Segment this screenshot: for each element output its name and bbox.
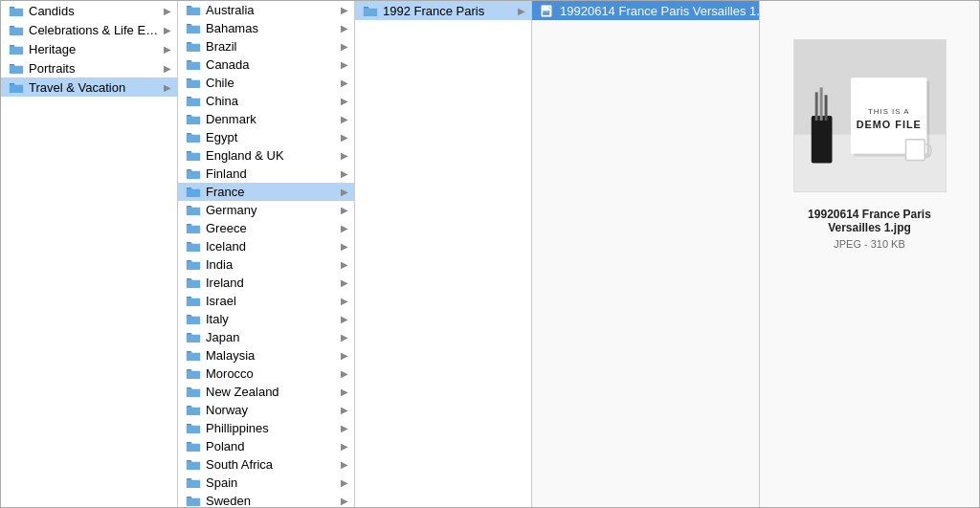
item-label: Spain bbox=[206, 475, 341, 490]
country-item[interactable]: Egypt ▶ bbox=[178, 128, 354, 146]
folder-icon bbox=[186, 422, 201, 434]
folder-icon bbox=[186, 167, 201, 180]
preview-panel: THIS IS A DEMO FILE 19920614 France Pari… bbox=[759, 1, 979, 507]
chevron-right-icon: ▶ bbox=[164, 63, 171, 74]
chevron-right-icon: ▶ bbox=[518, 6, 525, 16]
folder-icon bbox=[186, 222, 201, 234]
item-label: Malaysia bbox=[206, 348, 341, 363]
item-label: Greece bbox=[206, 221, 341, 235]
file-item[interactable]: 19920614 France Paris Versailles 1.jpg bbox=[532, 1, 759, 20]
item-label: Japan bbox=[206, 330, 341, 344]
chevron-right-icon: ▶ bbox=[341, 459, 348, 470]
country-item[interactable]: Japan ▶ bbox=[178, 328, 354, 346]
country-item[interactable]: Iceland ▶ bbox=[178, 237, 354, 255]
country-item[interactable]: Denmark ▶ bbox=[178, 110, 354, 128]
folder-icon bbox=[186, 131, 201, 144]
country-item[interactable]: Norway ▶ bbox=[178, 401, 354, 419]
item-label: Canada bbox=[206, 57, 341, 72]
item-label: Morocco bbox=[206, 366, 341, 381]
country-item[interactable]: Poland ▶ bbox=[178, 437, 354, 455]
folder-icon bbox=[186, 186, 201, 198]
item-label: Chile bbox=[206, 76, 341, 90]
chevron-right-icon: ▶ bbox=[341, 168, 348, 179]
item-label: Germany bbox=[206, 203, 341, 217]
folder-icon bbox=[186, 58, 201, 71]
chevron-right-icon: ▶ bbox=[341, 314, 348, 324]
folder-icon bbox=[186, 22, 201, 34]
country-item[interactable]: Canada ▶ bbox=[178, 55, 354, 74]
item-label: Travel & Vacation bbox=[29, 80, 164, 95]
item-label: England & UK bbox=[206, 148, 341, 163]
item-label: Heritage bbox=[29, 42, 164, 56]
sidebar-item[interactable]: Portraits ▶ bbox=[1, 58, 177, 77]
folder-icon bbox=[363, 5, 378, 17]
chevron-right-icon: ▶ bbox=[341, 59, 348, 70]
country-item[interactable]: Phillippines ▶ bbox=[178, 419, 354, 437]
item-label: Finland bbox=[206, 166, 341, 181]
folder-icon bbox=[186, 149, 201, 162]
folder-icon bbox=[186, 313, 201, 325]
sidebar-item[interactable]: Travel & Vacation ▶ bbox=[1, 77, 177, 97]
chevron-right-icon: ▶ bbox=[341, 332, 348, 342]
column-1: Candids ▶ Celebrations & Life Events ▶ H… bbox=[1, 1, 178, 507]
folder-icon bbox=[9, 81, 24, 94]
country-item[interactable]: Morocco ▶ bbox=[178, 364, 354, 383]
item-label: Israel bbox=[206, 294, 341, 308]
sidebar-item[interactable]: Heritage ▶ bbox=[1, 39, 177, 58]
svg-rect-4 bbox=[811, 116, 832, 163]
country-item[interactable]: Israel ▶ bbox=[178, 292, 354, 310]
country-item[interactable]: Greece ▶ bbox=[178, 219, 354, 237]
item-label: Bahamas bbox=[206, 21, 341, 35]
item-label: Phillippines bbox=[206, 421, 341, 435]
folder-icon bbox=[186, 458, 201, 471]
sidebar-item[interactable]: Celebrations & Life Events ▶ bbox=[1, 20, 177, 39]
svg-rect-6 bbox=[819, 87, 822, 121]
sidebar-item[interactable]: Candids ▶ bbox=[1, 1, 177, 20]
country-item[interactable]: New Zealand ▶ bbox=[178, 383, 354, 401]
chevron-right-icon: ▶ bbox=[164, 82, 171, 93]
chevron-right-icon: ▶ bbox=[341, 96, 348, 106]
chevron-right-icon: ▶ bbox=[341, 441, 348, 452]
country-item[interactable]: Spain ▶ bbox=[178, 474, 354, 492]
item-label: France bbox=[206, 185, 341, 199]
folder-icon bbox=[186, 113, 201, 125]
item-label: 1992 France Paris bbox=[383, 4, 518, 18]
item-label: India bbox=[206, 257, 341, 272]
country-item[interactable]: Ireland ▶ bbox=[178, 274, 354, 292]
country-item[interactable]: Chile ▶ bbox=[178, 74, 354, 92]
item-label: 19920614 France Paris Versailles 1.jpg bbox=[560, 4, 759, 18]
folder-icon bbox=[186, 276, 201, 289]
country-item[interactable]: China ▶ bbox=[178, 92, 354, 110]
year-folder-item[interactable]: 1992 France Paris ▶ bbox=[355, 1, 531, 20]
folder-icon bbox=[186, 349, 201, 362]
item-label: South Africa bbox=[206, 457, 341, 472]
item-label: Australia bbox=[206, 3, 341, 17]
item-label: New Zealand bbox=[206, 385, 341, 399]
country-item[interactable]: India ▶ bbox=[178, 255, 354, 274]
chevron-right-icon: ▶ bbox=[341, 205, 348, 215]
chevron-right-icon: ▶ bbox=[341, 132, 348, 143]
svg-rect-13 bbox=[905, 140, 924, 161]
country-item[interactable]: France ▶ bbox=[178, 183, 354, 201]
country-item[interactable]: England & UK ▶ bbox=[178, 146, 354, 165]
item-label: Ireland bbox=[206, 276, 341, 290]
folder-icon bbox=[186, 95, 201, 107]
country-item[interactable]: Sweden ▶ bbox=[178, 492, 354, 507]
country-item[interactable]: Malaysia ▶ bbox=[178, 346, 354, 364]
chevron-right-icon: ▶ bbox=[341, 423, 348, 433]
chevron-right-icon: ▶ bbox=[341, 241, 348, 252]
chevron-right-icon: ▶ bbox=[341, 187, 348, 197]
country-item[interactable]: Brazil ▶ bbox=[178, 37, 354, 55]
chevron-right-icon: ▶ bbox=[341, 477, 348, 488]
item-label: Sweden bbox=[206, 494, 341, 507]
item-label: Norway bbox=[206, 403, 341, 417]
country-item[interactable]: Australia ▶ bbox=[178, 1, 354, 19]
svg-text:THIS IS A: THIS IS A bbox=[867, 107, 909, 116]
country-item[interactable]: Germany ▶ bbox=[178, 201, 354, 219]
country-item[interactable]: Bahamas ▶ bbox=[178, 19, 354, 37]
item-label: Denmark bbox=[206, 112, 341, 126]
country-item[interactable]: Italy ▶ bbox=[178, 310, 354, 328]
country-item[interactable]: Finland ▶ bbox=[178, 165, 354, 183]
country-item[interactable]: South Africa ▶ bbox=[178, 455, 354, 474]
item-label: Celebrations & Life Events bbox=[29, 23, 164, 37]
